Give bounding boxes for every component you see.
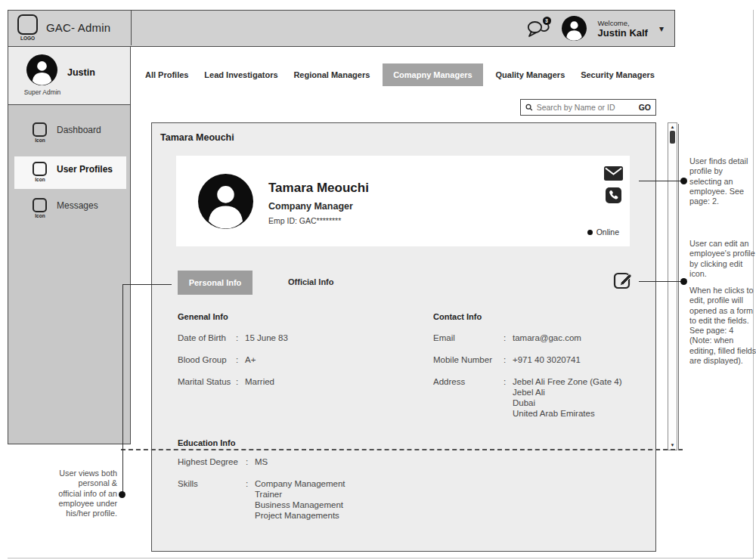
header-actions: 3 Welcome, Justin Kalf ▾ (526, 11, 665, 46)
online-dot-icon (587, 230, 593, 235)
wireframe-canvas: LOGO GAC- Admin 3 Welcome, Justin Kalf ▾ (0, 0, 756, 560)
phone-icon[interactable] (606, 187, 621, 206)
education-info-heading: Education Info (178, 438, 345, 447)
user-profiles-icon: Icon (33, 162, 48, 182)
header-user-name: Justin Kalf (598, 27, 648, 39)
online-status-label: Online (596, 227, 619, 237)
info-row-date-of-birth: Date of Birth : 15 June 83 (178, 333, 288, 343)
tab-personal-info[interactable]: Personal Info (178, 271, 253, 295)
employee-name: Tamara Meouchi (268, 181, 369, 196)
profile-avatar (198, 174, 253, 229)
canvas-right-border (753, 10, 754, 558)
messages-icon[interactable]: 3 (526, 18, 550, 39)
employee-role: Company Manager (268, 201, 353, 212)
sidebar: Justin Super Admin Icon Dashboard Icon U… (8, 47, 131, 444)
sidebar-item-messages[interactable]: Icon Messages (14, 193, 126, 223)
mail-icon[interactable] (604, 166, 623, 184)
sidebar-item-user-profiles[interactable]: Icon User Profiles (14, 156, 126, 189)
icon-caption: Icon (33, 177, 48, 182)
info-row-address: Address : Jebel Ali Free Zone (Gate 4) J… (433, 376, 621, 419)
connector-line-edit (639, 281, 682, 282)
header-avatar[interactable] (562, 16, 587, 41)
logo-label: LOGO (15, 36, 40, 41)
scroll-down-icon[interactable]: ▼ (668, 443, 677, 448)
sidebar-menu: Icon Dashboard Icon User Profiles Icon M… (8, 105, 130, 443)
icon-caption: Icon (33, 138, 48, 143)
annotation-edit-form: When he clicks to edit, profile will ope… (689, 286, 756, 366)
tab-security-managers[interactable]: Security Managers (578, 70, 658, 79)
profiles-tabbar: All Profiles Lead Investigators Regional… (142, 63, 658, 86)
contact-info-section: Contact Info Email : tamara@gac.com Mobi… (433, 312, 621, 430)
sidebar-user-name: Justin (67, 67, 95, 78)
tab-all-profiles[interactable]: All Profiles (142, 70, 191, 79)
search-icon (525, 103, 533, 112)
search-go-button[interactable]: GO (639, 103, 651, 112)
edit-icon[interactable] (613, 270, 634, 293)
sidebar-avatar (26, 54, 57, 85)
tab-company-managers[interactable]: Comapny Managers (383, 63, 483, 86)
employee-id: Emp ID: GAC******** (268, 216, 341, 225)
user-menu-caret-icon[interactable]: ▾ (659, 23, 664, 34)
profile-summary-card: Tamara Meouchi Company Manager Emp ID: G… (176, 156, 630, 246)
tab-lead-investigators[interactable]: Lead Investigators (201, 70, 280, 79)
info-row-skills: Skills : Company Management Trainer Busi… (178, 478, 345, 521)
sidebar-item-label: Dashboard (57, 125, 101, 135)
annotation-tabs-info: User views both personal & official info… (54, 469, 117, 518)
online-status: Online (587, 227, 619, 237)
general-info-heading: Genenal Info (178, 312, 288, 321)
education-info-section: Education Info Highest Degree : MS Skill… (178, 438, 345, 532)
app-title: GAC- Admin (46, 21, 110, 34)
info-row-blood-group: Blood Group : A+ (178, 354, 288, 365)
connector-line-tabs-vertical (122, 284, 123, 495)
scrollbar-thumb[interactable] (670, 131, 675, 144)
notes-column-boundary (678, 124, 679, 450)
connector-line-tabs-horizontal (123, 284, 172, 285)
search-box: GO (520, 99, 656, 116)
icon-caption: Icon (33, 213, 48, 218)
info-row-email: Email : tamara@gac.com (433, 333, 621, 343)
annotation-detail-profile: User finds detail profile by selecting a… (689, 156, 756, 206)
dashboard-icon: Icon (33, 122, 48, 143)
tab-regional-managers[interactable]: Regional Managers (290, 70, 373, 79)
connector-dot-tabs (119, 491, 125, 498)
sidebar-user-role: Super Admin (15, 88, 70, 96)
info-row-marital-status: Marital Status : Married (178, 376, 288, 387)
connector-dot-edit (680, 278, 687, 285)
info-row-mobile-number: Mobile Number : +971 40 3020741 (433, 354, 621, 365)
connector-line-profile (639, 181, 682, 181)
general-info-section: Genenal Info Date of Birth : 15 June 83 … (178, 312, 288, 398)
panel-title: Tamara Meouchi (160, 132, 234, 143)
tab-official-info[interactable]: Official Info (288, 277, 334, 286)
scroll-up-icon[interactable]: ▲ (668, 125, 677, 130)
panel-scrollbar[interactable]: ▲ ▼ (668, 122, 677, 450)
search-input[interactable] (537, 103, 639, 112)
canvas-bottom-border (8, 558, 754, 558)
welcome-label: Welcome, (598, 19, 648, 27)
annotation-edit-profile: User can edit an employee's profile by c… (689, 239, 756, 279)
profile-detail-panel: Tamara Meouchi Tamara Meouchi Company Ma… (151, 122, 656, 552)
info-row-highest-degree: Highest Degree : MS (178, 456, 345, 467)
notification-badge: 3 (543, 17, 551, 25)
sidebar-item-dashboard[interactable]: Icon Dashboard (14, 117, 126, 147)
messages-menu-icon: Icon (33, 198, 48, 218)
page-break-dashed-line (121, 449, 683, 450)
sidebar-item-label: Messages (57, 200, 98, 211)
connector-dot-profile (680, 178, 687, 184)
sidebar-item-label: User Profiles (57, 164, 113, 175)
welcome-block[interactable]: Welcome, Justin Kalf (598, 19, 648, 39)
tab-quality-managers[interactable]: Quality Managers (493, 70, 569, 79)
sidebar-profile: Justin Super Admin (8, 47, 130, 105)
contact-info-heading: Contact Info (433, 312, 621, 321)
logo-icon (17, 14, 38, 35)
app-header: LOGO GAC- Admin 3 Welcome, Justin Kalf ▾ (8, 10, 675, 47)
header-divider (131, 11, 132, 45)
